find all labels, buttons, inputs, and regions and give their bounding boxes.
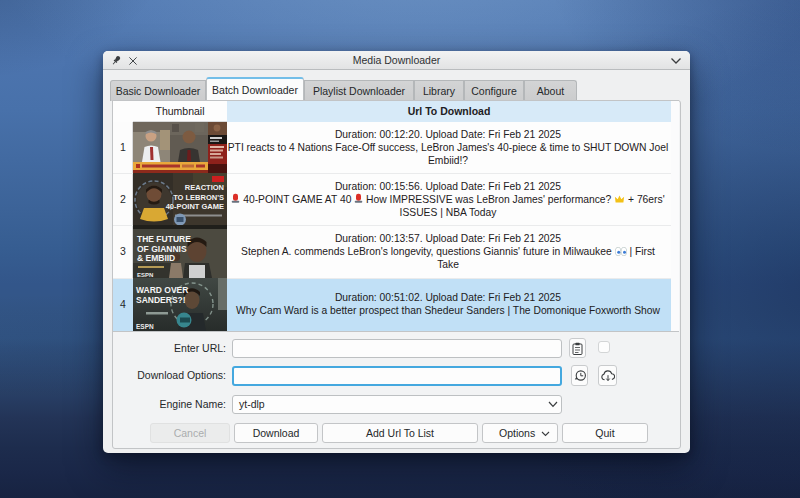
svg-text:ESPN: ESPN <box>137 272 153 278</box>
svg-text:ESPN: ESPN <box>136 323 154 330</box>
svg-text:& EMBIID: & EMBIID <box>137 253 175 263</box>
